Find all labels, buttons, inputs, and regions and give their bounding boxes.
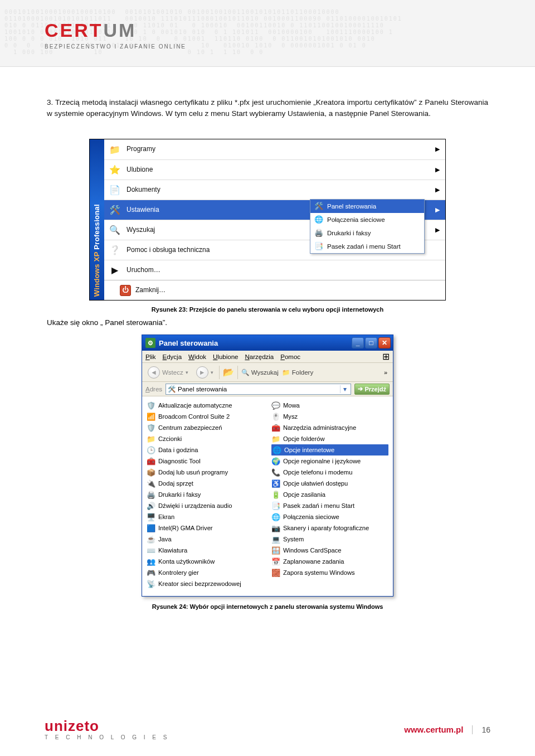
cp-item-icon: 🌐	[273, 445, 281, 454]
control-panel-item[interactable]: 📑 Pasek zadań i menu Start	[271, 500, 388, 511]
menubar-item[interactable]: Ulubione	[213, 353, 238, 360]
cp-item-label: Windows CardSpace	[283, 547, 341, 554]
menubar-item[interactable]: Pomoc	[280, 353, 300, 360]
maximize-button[interactable]: □	[365, 337, 377, 348]
menu-item-label: Dokumenty	[127, 185, 435, 195]
control-panel-item[interactable]: 📷 Skanery i aparaty fotograficzne	[271, 522, 388, 534]
menubar-item[interactable]: Plik	[145, 353, 156, 360]
search-button[interactable]: 🔍 Wyszukaj	[241, 369, 279, 376]
control-panel-item[interactable]: 📡 Kreator sieci bezprzewodowej	[147, 578, 264, 589]
back-label: Wstecz	[162, 369, 183, 376]
control-panel-body: 🛡️ Aktualizacje automatyczne📶 Broadcom C…	[142, 396, 393, 596]
menubar-item[interactable]: Narzędzia	[245, 353, 274, 360]
window-titlebar: ⚙ Panel sterowania _ □ ✕	[142, 335, 393, 351]
sidebar-os: Windows XP	[93, 250, 101, 297]
figure-control-panel: ⚙ Panel sterowania _ □ ✕ PlikEdycjaWidok…	[142, 335, 393, 597]
cp-item-icon: 📑	[271, 501, 280, 510]
menu-item-icon: 🔍	[109, 224, 121, 236]
submenu-arrow-icon: ▶	[435, 145, 440, 154]
folders-label: Foldery	[292, 369, 313, 376]
control-panel-item[interactable]: ⌨️ Klawiatura	[147, 545, 264, 556]
shutdown-icon: ⏻	[120, 285, 131, 296]
cp-item-label: Zapora systemu Windows	[283, 569, 355, 576]
cp-item-icon: 💻	[271, 535, 280, 544]
control-panel-item[interactable]: ☕ Java	[147, 534, 264, 545]
control-panel-item[interactable]: 📁 Opcje folderów	[271, 433, 388, 444]
control-panel-item[interactable]: ♿ Opcje ułatwień dostępu	[271, 478, 388, 489]
startmenu-sidebar: Windows XP Professional	[90, 139, 104, 300]
toolbar-overflow-icon[interactable]: »	[384, 369, 390, 376]
cp-item-label: Pasek zadań i menu Start	[283, 502, 354, 509]
control-panel-item[interactable]: 🛡️ Aktualizacje automatyczne	[147, 400, 264, 411]
control-panel-item[interactable]: 🛡️ Centrum zabezpieczeń	[147, 422, 264, 433]
back-button[interactable]: ◄ Wstecz ▾	[145, 365, 191, 380]
startmenu-submenu: 🛠️ Panel sterowania🌐 Połączenia sieciowe…	[310, 199, 425, 254]
control-panel-item[interactable]: 🖥️ Ekran	[147, 511, 264, 522]
submenu-item-icon: 🛠️	[314, 201, 324, 211]
page-content: 3. Trzecią metodą instalacji własnego ce…	[0, 67, 535, 301]
cp-item-icon: 🔋	[271, 490, 280, 499]
startmenu-shutdown[interactable]: ⏻ Zamknij…	[104, 280, 445, 300]
forward-button[interactable]: ► ▾	[194, 365, 216, 380]
up-button[interactable]: 📂	[223, 367, 234, 378]
control-panel-item[interactable]: 🌐 Opcje internetowe	[271, 444, 388, 455]
control-panel-item[interactable]: 📦 Dodaj lub usuń programy	[147, 467, 264, 478]
address-dropdown-icon[interactable]: ▾	[340, 385, 349, 393]
control-panel-item[interactable]: 🔊 Dźwięki i urządzenia audio	[147, 500, 264, 511]
submenu-item[interactable]: 🖨️ Drukarki i faksy	[310, 226, 424, 240]
startmenu-item[interactable]: ⭐ Ulubione ▶	[104, 159, 445, 180]
cp-item-icon: 🎮	[147, 568, 155, 577]
cp-item-icon: 🖥️	[147, 512, 155, 521]
cp-item-label: Opcje ułatwień dostępu	[283, 480, 348, 487]
control-panel-item[interactable]: 🧱 Zapora systemu Windows	[271, 567, 388, 578]
folders-button[interactable]: 📁 Foldery	[282, 369, 313, 376]
cp-item-label: Java	[158, 536, 172, 542]
startmenu-item[interactable]: 📁 Programy ▶	[104, 139, 445, 159]
menubar-item[interactable]: Edycja	[163, 353, 182, 360]
control-panel-item[interactable]: 🖱️ Mysz	[271, 411, 388, 422]
startmenu-item[interactable]: ▶ Uruchom…	[104, 260, 445, 280]
control-panel-item[interactable]: 🌍 Opcje regionalne i językowe	[271, 455, 388, 467]
cp-item-icon: 📞	[271, 468, 280, 477]
cp-item-icon: 🪟	[271, 546, 280, 555]
address-box-icon: 🛠️	[168, 385, 176, 393]
cp-item-label: Dodaj sprzęt	[158, 480, 193, 487]
minimize-button[interactable]: _	[352, 337, 364, 348]
control-panel-item[interactable]: 🔌 Dodaj sprzęt	[147, 478, 264, 489]
startmenu-item[interactable]: 📄 Dokumenty ▶	[104, 180, 445, 200]
submenu-item[interactable]: 📑 Pasek zadań i menu Start	[310, 240, 424, 253]
control-panel-item[interactable]: 👥 Konta użytkowników	[147, 556, 264, 567]
submenu-item-label: Połączenia sieciowe	[327, 215, 385, 225]
submenu-item[interactable]: 🛠️ Panel sterowania	[310, 200, 424, 213]
close-button[interactable]: ✕	[378, 337, 391, 348]
menubar-item[interactable]: Widok	[188, 353, 206, 360]
cp-item-icon: ☕	[147, 535, 155, 544]
control-panel-item[interactable]: 🕒 Data i godzina	[147, 444, 264, 455]
control-panel-item[interactable]: 🔋 Opcje zasilania	[271, 489, 388, 500]
control-panel-item[interactable]: 🟦 Intel(R) GMA Driver	[147, 522, 264, 534]
control-panel-item[interactable]: 🧰 Diagnostic Tool	[147, 455, 264, 467]
cp-column-2: 💬 Mowa🖱️ Mysz🧰 Narzędzia administracyjne…	[271, 400, 388, 589]
control-panel-item[interactable]: 💻 System	[271, 534, 388, 545]
cp-item-label: Ekran	[158, 513, 174, 520]
control-panel-item[interactable]: 🪟 Windows CardSpace	[271, 545, 388, 556]
menu-item-icon: 📄	[109, 184, 121, 196]
control-panel-item[interactable]: 📶 Broadcom Control Suite 2	[147, 411, 264, 422]
control-panel-item[interactable]: 💬 Mowa	[271, 400, 388, 411]
control-panel-item[interactable]: 📁 Czcionki	[147, 433, 264, 444]
control-panel-item[interactable]: 📞 Opcje telefonu i modemu	[271, 467, 388, 478]
cp-item-icon: 🖨️	[147, 490, 155, 499]
cp-item-label: Dodaj lub usuń programy	[158, 469, 228, 476]
control-panel-item[interactable]: 🎮 Kontrolery gier	[147, 567, 264, 578]
control-panel-item[interactable]: 🌐 Połączenia sieciowe	[271, 511, 388, 522]
submenu-item[interactable]: 🌐 Połączenia sieciowe	[310, 213, 424, 226]
menu-item-label: Programy	[127, 144, 435, 154]
control-panel-item[interactable]: 🖨️ Drukarki i faksy	[147, 489, 264, 500]
address-input[interactable]: 🛠️ Panel sterowania ▾	[166, 384, 351, 395]
control-panel-item[interactable]: 📅 Zaplanowane zadania	[271, 556, 388, 567]
control-panel-item[interactable]: 🧰 Narzędzia administracyjne	[271, 422, 388, 433]
cp-item-label: Opcje telefonu i modemu	[283, 469, 352, 476]
go-button[interactable]: ➔ Przejdź	[354, 384, 390, 395]
toolbar-sep-1	[219, 366, 220, 379]
caption-24: Rysunek 24: Wybór opcji internetowych z …	[0, 603, 535, 610]
